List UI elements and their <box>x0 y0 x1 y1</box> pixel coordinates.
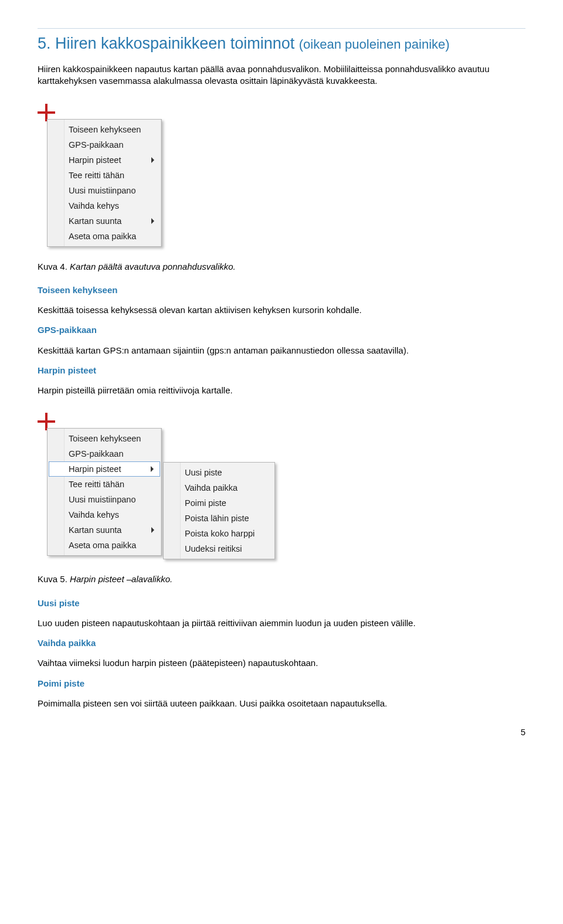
menu-item-label: GPS-paikkaan <box>69 449 124 458</box>
menu-item[interactable]: Aseta oma paikka <box>49 538 160 553</box>
definition-body: Vaihtaa viimeksi luodun harpin pisteen (… <box>38 657 525 669</box>
submenu-item-label: Uudeksi reitiksi <box>185 544 242 553</box>
definition-term: Harpin pisteet <box>38 365 525 376</box>
menu-item[interactable]: Kartan suunta <box>49 522 160 538</box>
submenu-item-label: Poimi piste <box>185 498 226 508</box>
caption-2: Kuva 5. Harpin pisteet –alavalikko. <box>38 573 525 585</box>
menu-item-label: Harpin pisteet <box>69 464 121 474</box>
menu-item-label: Aseta oma paikka <box>69 232 136 241</box>
menu-item-label: Uusi muistiinpano <box>69 186 135 195</box>
menu-item[interactable]: Toiseen kehykseen <box>49 431 160 446</box>
submenu-item-label: Poista koko harppi <box>185 529 255 538</box>
menu-item-label: Tee reitti tähän <box>69 480 124 489</box>
heading-sub: (oikean puoleinen painike) <box>299 37 450 52</box>
submenu-harpin-pisteet: Uusi pisteVaihda paikkaPoimi pistePoista… <box>163 462 275 559</box>
definition-body: Keskittää toisessa kehyksessä olevan kar… <box>38 304 525 316</box>
definition-term: Uusi piste <box>38 597 525 609</box>
heading-number: 5. <box>38 35 51 52</box>
menu-item[interactable]: Harpin pisteet <box>49 461 160 477</box>
menu-item-label: Vaihda kehys <box>69 510 119 519</box>
menu-item[interactable]: Uusi muistiinpano <box>49 492 160 507</box>
page-number: 5 <box>38 727 525 737</box>
chevron-right-icon <box>151 157 154 163</box>
submenu-item-label: Poista lähin piste <box>185 514 249 523</box>
caption-label: Kuva 4. <box>38 261 67 271</box>
definition-body: Luo uuden pisteen napautuskohtaan ja pii… <box>38 617 525 629</box>
menu-item[interactable]: Tee reitti tähän <box>49 477 160 492</box>
menu-item[interactable]: Vaihda kehys <box>49 198 160 213</box>
definition-body: Keskittää kartan GPS:n antamaan sijainti… <box>38 345 525 356</box>
submenu-item[interactable]: Poista lähin piste <box>165 511 273 526</box>
menu-item[interactable]: Vaihda kehys <box>49 507 160 522</box>
submenu-item[interactable]: Poista koko harppi <box>165 526 273 541</box>
chevron-right-icon <box>151 466 154 472</box>
section-heading: 5. Hiiren kakkospainikkeen toiminnot (oi… <box>38 28 525 53</box>
figure-menu-2: Toiseen kehykseenGPS-paikkaanHarpin pist… <box>38 413 275 559</box>
definition-term: Poimi piste <box>38 678 525 689</box>
menu-item-label: Aseta oma paikka <box>69 541 136 550</box>
caption-title: Harpin pisteet –alavalikko. <box>70 574 172 584</box>
submenu-item-label: Uusi piste <box>185 468 222 477</box>
menu-item[interactable]: Aseta oma paikka <box>49 229 160 244</box>
submenu-item[interactable]: Poimi piste <box>165 495 273 511</box>
menu-item-label: Uusi muistiinpano <box>69 495 135 504</box>
context-menu-2: Toiseen kehykseenGPS-paikkaanHarpin pist… <box>47 428 162 556</box>
menu-item[interactable]: Uusi muistiinpano <box>49 183 160 198</box>
menu-item[interactable]: Harpin pisteet <box>49 152 160 168</box>
intro-text: Hiiren kakkospainikkeen napautus kartan … <box>38 63 525 87</box>
heading-main: Hiiren kakkospainikkeen toiminnot <box>55 35 294 52</box>
menu-item[interactable]: GPS-paikkaan <box>49 446 160 461</box>
menu-item-label: Tee reitti tähän <box>69 171 124 180</box>
definition-term: Toiseen kehykseen <box>38 284 525 296</box>
submenu-item[interactable]: Uusi piste <box>165 465 273 480</box>
caption-1: Kuva 4. Kartan päältä avautuva ponnahdus… <box>38 261 525 273</box>
caption-title: Kartan päältä avautuva ponnahdusvalikko. <box>70 261 236 271</box>
definition-body: Harpin pisteillä piirretään omia reittiv… <box>38 385 525 396</box>
menu-item[interactable]: Kartan suunta <box>49 213 160 229</box>
submenu-item[interactable]: Uudeksi reitiksi <box>165 541 273 556</box>
menu-item-label: Kartan suunta <box>69 216 121 226</box>
definition-term: Vaihda paikka <box>38 637 525 649</box>
submenu-item[interactable]: Vaihda paikka <box>165 480 273 495</box>
menu-item-label: Vaihda kehys <box>69 201 119 210</box>
definition-body: Poimimalla pisteen sen voi siirtää uutee… <box>38 698 525 709</box>
menu-item[interactable]: GPS-paikkaan <box>49 137 160 152</box>
menu-item-label: GPS-paikkaan <box>69 140 124 150</box>
definition-term: GPS-paikkaan <box>38 324 525 336</box>
figure-menu-1: Toiseen kehykseenGPS-paikkaanHarpin pist… <box>38 104 162 247</box>
menu-item-label: Kartan suunta <box>69 525 121 535</box>
menu-item[interactable]: Toiseen kehykseen <box>49 122 160 137</box>
menu-item-label: Toiseen kehykseen <box>69 434 141 443</box>
submenu-item-label: Vaihda paikka <box>185 483 238 492</box>
chevron-right-icon <box>151 218 154 224</box>
context-menu-1: Toiseen kehykseenGPS-paikkaanHarpin pist… <box>47 119 162 247</box>
chevron-right-icon <box>151 527 154 533</box>
menu-item-label: Toiseen kehykseen <box>69 125 141 134</box>
caption-label: Kuva 5. <box>38 574 67 584</box>
menu-item[interactable]: Tee reitti tähän <box>49 168 160 183</box>
menu-item-label: Harpin pisteet <box>69 155 121 165</box>
